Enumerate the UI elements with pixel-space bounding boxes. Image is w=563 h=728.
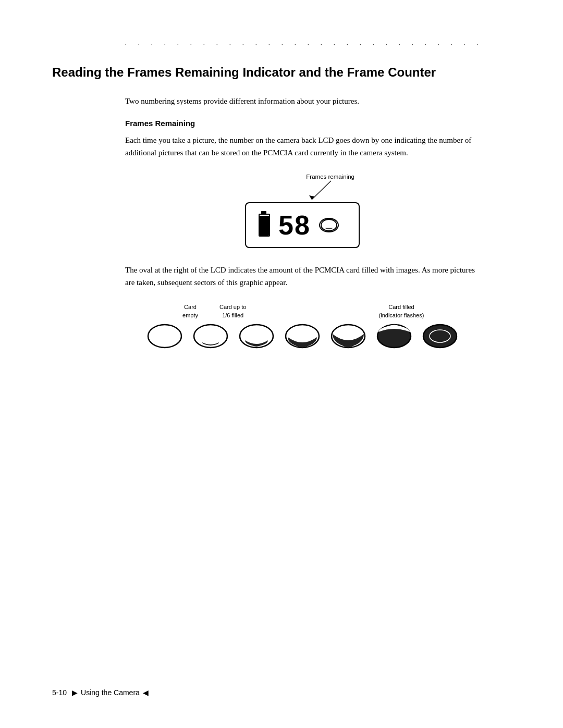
oval-fill-svg: [320, 218, 338, 232]
footer-page-number: 5-10: [52, 688, 67, 697]
chapter-title: Reading the Frames Remaining Indicator a…: [52, 64, 511, 80]
battery-icon: [259, 214, 270, 237]
card-indicators-diagram: Card empty Card up to 1/6 filled Card fi…: [125, 303, 480, 350]
battery-outer: [259, 214, 270, 237]
lcd-box: 58: [245, 202, 360, 248]
oval-3: [284, 323, 321, 350]
oval-4: [329, 323, 367, 350]
page: · · · · · · · · · · · · · · · · · · · · …: [0, 0, 563, 728]
lcd-diagram: Frames remaining 58: [125, 174, 480, 248]
footer-chapter-title: Using the Camera: [81, 688, 140, 697]
label-card-filled: Card filled (indicator flashes): [373, 303, 430, 319]
lcd-number: 58: [278, 212, 311, 239]
content-area: Two numbering systems provide different …: [52, 95, 511, 350]
subsection-title: Frames Remaining: [125, 119, 480, 128]
frames-remaining-label: Frames remaining: [306, 174, 354, 180]
footer-arrow-right-icon: ▶: [72, 688, 78, 697]
oval-1: [192, 323, 229, 350]
battery-top: [261, 211, 266, 214]
svg-line-0: [312, 181, 331, 200]
footer-arrow-left-icon: ◀: [143, 688, 149, 697]
footer: 5-10 ▶ Using the Camera ◀: [52, 688, 511, 697]
battery-fill: [260, 216, 269, 236]
intro-text: Two numbering systems provide different …: [125, 95, 480, 107]
body-text-1: Each time you take a picture, the number…: [125, 134, 480, 159]
oval-0: [146, 323, 183, 350]
body-text-2: The oval at the right of the LCD indicat…: [125, 264, 480, 289]
oval-6: [421, 323, 459, 350]
svg-point-4: [194, 325, 227, 348]
label-card-empty: Card empty: [175, 303, 206, 319]
ovals-row: [146, 323, 459, 350]
svg-point-3: [148, 325, 181, 348]
dot-rule: · · · · · · · · · · · · · · · · · · · · …: [52, 42, 511, 47]
dot-rule-dots: · · · · · · · · · · · · · · · · · · · · …: [125, 42, 484, 47]
oval-5: [375, 323, 413, 350]
oval-2: [238, 323, 275, 350]
label-card-upto: Card up to 1/6 filled: [215, 303, 251, 319]
oval-indicator: [319, 218, 339, 232]
svg-point-9: [423, 325, 457, 348]
